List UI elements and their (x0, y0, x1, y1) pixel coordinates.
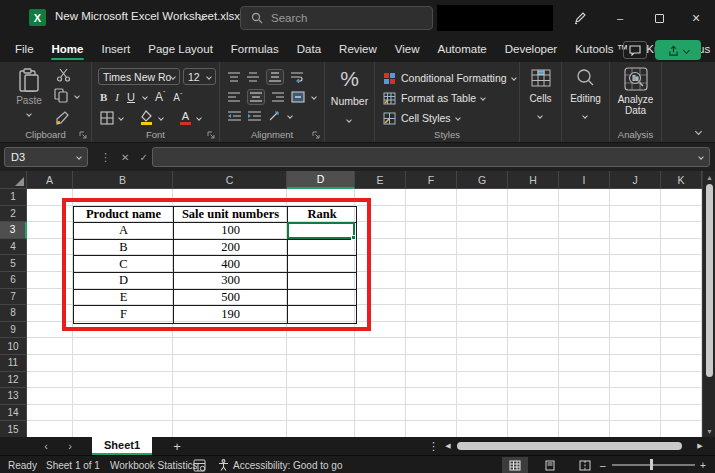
row-header-15[interactable]: 15 (0, 421, 27, 437)
row-header-8[interactable]: 8 (0, 305, 27, 322)
search-box[interactable]: Search (240, 6, 433, 30)
merge-center-button[interactable] (291, 91, 305, 103)
editing-chevron-icon[interactable] (582, 113, 588, 119)
grid-row[interactable] (27, 388, 702, 405)
number-chevron-icon[interactable] (346, 117, 352, 123)
column-header-B[interactable]: B (73, 171, 173, 189)
close-button[interactable]: × (679, 0, 713, 36)
font-color-button[interactable]: A (179, 110, 192, 125)
ribbon-tab-automate[interactable]: Automate (429, 36, 496, 62)
percent-style-button[interactable]: % (325, 67, 374, 91)
grid-body[interactable]: 123456789101112131415 Product nameSale u… (0, 189, 702, 437)
new-sheet-button[interactable]: + (168, 437, 186, 455)
previous-sheet-icon[interactable]: ‹ (38, 437, 54, 455)
conditional-formatting-button[interactable]: Conditional Formatting (375, 68, 519, 88)
row-header-6[interactable]: 6 (0, 272, 27, 289)
ribbon-tab-view[interactable]: View (386, 36, 429, 62)
ribbon-tab-insert[interactable]: Insert (92, 36, 139, 62)
scroll-down-icon[interactable]: ▼ (703, 425, 715, 437)
grid-row[interactable] (27, 355, 702, 372)
row-header-14[interactable]: 14 (0, 405, 27, 422)
top-align-button[interactable] (228, 72, 240, 82)
paste-button[interactable]: Paste (12, 68, 46, 118)
zoom-out-button[interactable]: – (600, 456, 606, 473)
horizontal-scrollbar[interactable]: ◀ ▶ (443, 440, 705, 452)
ribbon-tab-formulas[interactable]: Formulas (222, 36, 288, 62)
formula-bar-handle-icon[interactable]: ⋮ (100, 151, 111, 164)
cell-styles-button[interactable]: Cell Styles (375, 108, 519, 128)
tab-options-icon[interactable]: ⋮ (428, 437, 439, 455)
center-button[interactable] (247, 89, 265, 105)
vertical-scrollbar[interactable]: ▲ ▼ (702, 171, 715, 437)
copy-button[interactable] (54, 88, 68, 103)
analyze-data-button[interactable] (610, 67, 661, 91)
grid-row[interactable] (27, 338, 702, 355)
row-header-7[interactable]: 7 (0, 289, 27, 306)
bottom-align-button[interactable] (266, 69, 284, 85)
zoom-slider-handle[interactable] (650, 459, 653, 470)
borders-button[interactable] (100, 111, 114, 125)
next-sheet-icon[interactable]: › (62, 437, 78, 455)
clipboard-dialog-launcher[interactable] (79, 131, 87, 139)
column-header-K[interactable]: K (661, 171, 702, 189)
row-header-3[interactable]: 3 (0, 222, 27, 239)
row-header-4[interactable]: 4 (0, 239, 27, 256)
ribbon-tab-review[interactable]: Review (330, 36, 386, 62)
cut-button[interactable] (56, 68, 71, 82)
row-header-2[interactable]: 2 (0, 206, 27, 223)
row-header-11[interactable]: 11 (0, 355, 27, 372)
font-name-select[interactable]: Times New Ro (98, 68, 180, 85)
bold-button[interactable]: B (100, 91, 107, 103)
column-header-J[interactable]: J (610, 171, 661, 189)
row-header-10[interactable]: 10 (0, 338, 27, 355)
normal-view-button[interactable] (502, 457, 528, 473)
wrap-text-button[interactable] (291, 72, 304, 83)
format-as-table-button[interactable]: Format as Table (375, 88, 519, 108)
decrease-indent-button[interactable] (228, 111, 241, 121)
increase-indent-button[interactable] (248, 111, 261, 121)
font-size-select[interactable]: 12 (183, 68, 216, 85)
collapse-ribbon-chevron-icon[interactable] (695, 128, 702, 135)
ribbon-tab-file[interactable]: File (6, 36, 43, 62)
grow-font-button[interactable]: Aˆ (155, 90, 165, 104)
shrink-font-button[interactable]: Aˇ (173, 92, 182, 103)
sheet-info[interactable]: Sheet 1 of 1 (46, 456, 100, 473)
maximize-button[interactable] (642, 0, 676, 36)
zoom-in-button[interactable]: + (700, 456, 706, 473)
font-dialog-launcher[interactable] (207, 131, 215, 139)
page-layout-view-button[interactable] (537, 457, 563, 473)
grid-row[interactable] (27, 372, 702, 389)
row-header-12[interactable]: 12 (0, 372, 27, 389)
underline-button[interactable]: U (127, 91, 135, 103)
fill-color-button[interactable] (139, 110, 154, 125)
column-header-I[interactable]: I (559, 171, 610, 189)
grid-row[interactable] (27, 421, 702, 437)
orientation-button[interactable] (268, 110, 281, 122)
row-header-9[interactable]: 9 (0, 322, 27, 339)
cells-button[interactable] (520, 69, 561, 87)
pen-icon[interactable] (563, 0, 597, 36)
ribbon-tab-page-layout[interactable]: Page Layout (139, 36, 222, 62)
comments-button[interactable] (623, 41, 647, 59)
workbook-statistics-button[interactable]: Workbook Statistics (110, 456, 198, 473)
excel-app-icon[interactable]: X (29, 9, 46, 26)
column-header-G[interactable]: G (457, 171, 508, 189)
share-button[interactable] (655, 40, 701, 60)
enter-icon[interactable]: ✓ (139, 152, 147, 163)
sheet-tab-sheet1[interactable]: Sheet1 (92, 437, 152, 455)
ribbon-tab-developer[interactable]: Developer (496, 36, 566, 62)
scroll-right-icon[interactable]: ▶ (695, 440, 705, 452)
column-header-F[interactable]: F (406, 171, 457, 189)
row-header-1[interactable]: 1 (0, 189, 27, 206)
select-all-button[interactable] (0, 171, 27, 189)
ribbon-tab-home[interactable]: Home (43, 36, 93, 62)
cells-chevron-icon[interactable] (537, 113, 543, 119)
cancel-icon[interactable]: ✕ (121, 152, 129, 163)
row-header-13[interactable]: 13 (0, 388, 27, 405)
workbook-statistics-icon[interactable] (193, 456, 206, 473)
row-header-5[interactable]: 5 (0, 255, 27, 272)
formula-bar-expand-chevron-icon[interactable] (698, 154, 704, 160)
scroll-up-icon[interactable]: ▲ (703, 171, 715, 183)
middle-align-button[interactable] (247, 72, 259, 82)
scroll-left-icon[interactable]: ◀ (443, 440, 453, 452)
